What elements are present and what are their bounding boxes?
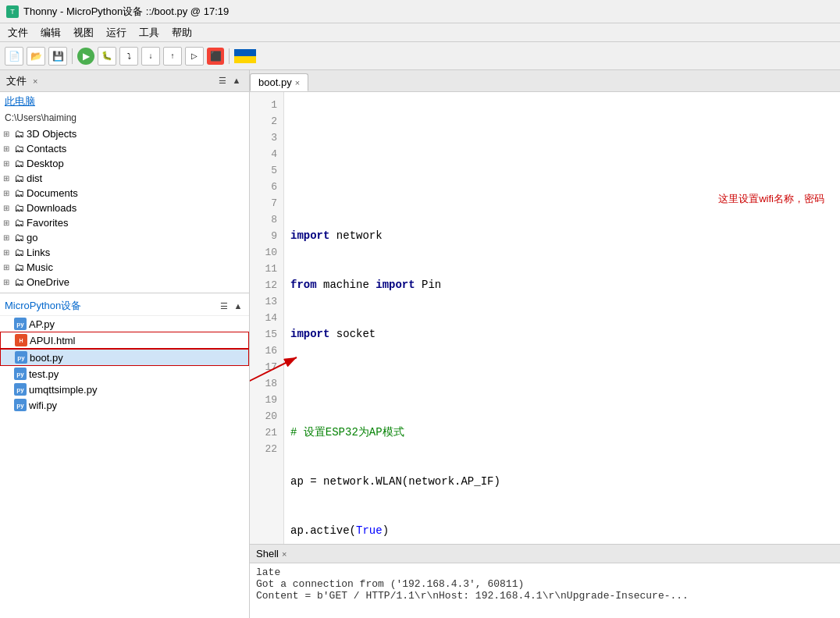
line-numbers: 1 2 3 4 5 6 7 8 9 10 11 12 13 14 15 16 1 xyxy=(250,92,284,544)
shell-tab-close[interactable]: × xyxy=(282,549,287,559)
code-line-6: ap = network.WLAN(network.AP_IF) xyxy=(290,474,834,490)
code-line-5: # 设置ESP32为AP模式 xyxy=(290,424,834,441)
ln-5: 5 xyxy=(250,162,283,179)
menu-help[interactable]: 帮助 xyxy=(167,24,197,41)
open-button[interactable]: 📂 xyxy=(27,47,45,66)
file-tree: 此电脑 C:\Users\haiming ⊞ 🗂 3D Objects ⊞ 🗂 … xyxy=(0,92,249,618)
ln-16: 16 xyxy=(250,343,283,359)
titlebar: T Thonny - MicroPython设备 ::/boot.py @ 17… xyxy=(0,0,840,23)
menubar: 文件 编辑 视图 运行 工具 帮助 xyxy=(0,23,840,42)
ln-14: 14 xyxy=(250,310,283,326)
tree-item-label: Contacts xyxy=(27,143,66,154)
tree-item-dist[interactable]: ⊞ 🗂 dist xyxy=(0,171,249,186)
menu-file[interactable]: 文件 xyxy=(3,24,33,41)
tree-item-label: Documents xyxy=(27,187,78,199)
ln-21: 21 xyxy=(250,424,283,441)
tree-item-label: dist xyxy=(27,172,42,184)
right-panel: boot.py × 1 2 3 4 5 6 7 8 9 10 xyxy=(250,70,840,618)
expand-icon: ⊞ xyxy=(3,144,14,153)
this-computer-header[interactable]: 此电脑 xyxy=(0,92,249,111)
tree-item-label: Music xyxy=(27,261,53,273)
tree-item-onedrive[interactable]: ⊞ 🗂 OneDrive xyxy=(0,275,249,289)
step-out-button[interactable]: ↑ xyxy=(163,47,182,66)
expand-icon: ⊞ xyxy=(3,189,14,197)
file-label: APUI.html xyxy=(30,335,76,346)
file-testpy[interactable]: py test.py xyxy=(0,366,249,382)
ln-1: 1 xyxy=(250,97,283,113)
micropython-label[interactable]: MicroPython设备 xyxy=(5,299,81,313)
file-bootpy[interactable]: py boot.py xyxy=(0,349,249,366)
code-content[interactable]: 这里设置wifi名称，密码 import network from machin… xyxy=(284,92,840,544)
tree-item-label: OneDrive xyxy=(27,276,69,288)
expand-icon: ⊞ xyxy=(3,218,14,227)
tab-close-icon[interactable]: × xyxy=(295,78,300,87)
py-icon: py xyxy=(14,383,27,396)
expand-icon: ⊞ xyxy=(3,204,14,212)
ln-13: 13 xyxy=(250,293,283,310)
file-wifipy[interactable]: py wifi.py xyxy=(0,397,249,413)
step-into-button[interactable]: ↓ xyxy=(141,47,160,66)
step-over-button[interactable]: ⤵ xyxy=(119,47,138,66)
tab-label: boot.py xyxy=(258,76,292,88)
left-panel: 文件 × ☰ ▲ 此电脑 C:\Users\haiming ⊞ 🗂 3D Obj… xyxy=(0,70,250,618)
tree-item-contacts[interactable]: ⊞ 🗂 Contacts xyxy=(0,141,249,156)
app-icon: T xyxy=(6,5,19,18)
tree-item-documents[interactable]: ⊞ 🗂 Documents xyxy=(0,186,249,201)
ln-20: 20 xyxy=(250,408,283,424)
shell-line-2: Got a connection from ('192.168.4.3', 60… xyxy=(256,578,834,590)
save-button[interactable]: 💾 xyxy=(48,47,67,66)
tab-bootpy[interactable]: boot.py × xyxy=(250,73,308,91)
shell-tab-label[interactable]: Shell xyxy=(256,548,279,559)
panel-scroll-up[interactable]: ▲ xyxy=(230,76,243,86)
run-button[interactable]: ▶ xyxy=(77,48,94,65)
tree-item-links[interactable]: ⊞ 🗂 Links xyxy=(0,245,249,260)
file-label: test.py xyxy=(29,368,59,380)
code-line-2: from machine import Pin xyxy=(290,277,834,293)
expand-icon: ⊞ xyxy=(3,248,14,257)
panel-menu-btn[interactable]: ☰ xyxy=(216,76,229,86)
file-umqttsimplepy[interactable]: py umqttsimple.py xyxy=(0,382,249,397)
folder-icon: 🗂 xyxy=(14,158,24,169)
shell-tab: Shell × xyxy=(250,545,840,563)
micropython-scroll-up[interactable]: ▲ xyxy=(232,301,244,311)
shell-content[interactable]: late Got a connection from ('192.168.4.3… xyxy=(250,563,840,618)
tree-item-favorites[interactable]: ⊞ 🗂 Favorites xyxy=(0,215,249,230)
ln-22: 22 xyxy=(250,441,283,457)
tree-item-label: Links xyxy=(27,247,50,258)
ln-4: 4 xyxy=(250,146,283,162)
menu-tools[interactable]: 工具 xyxy=(134,24,164,41)
file-apuihtml[interactable]: H APUI.html xyxy=(0,332,249,349)
tree-item-go[interactable]: ⊞ 🗂 go xyxy=(0,230,249,245)
menu-edit[interactable]: 编辑 xyxy=(36,24,66,41)
code-line-1: import network xyxy=(290,228,834,244)
stop-button[interactable]: ⬛ xyxy=(207,48,224,65)
file-tab-close[interactable]: × xyxy=(33,76,37,86)
resume-button[interactable]: ▷ xyxy=(185,47,204,66)
folder-icon: 🗂 xyxy=(14,261,24,273)
folder-icon: 🗂 xyxy=(14,187,24,199)
file-appy[interactable]: py AP.py xyxy=(0,316,249,332)
menu-view[interactable]: 视图 xyxy=(69,24,98,41)
micropython-section-header: MicroPython设备 ☰ ▲ xyxy=(0,297,249,316)
current-path: C:\Users\haiming xyxy=(0,111,249,126)
file-tab-label: 文件 xyxy=(6,74,27,88)
tree-item-downloads[interactable]: ⊞ 🗂 Downloads xyxy=(0,201,249,215)
micropython-menu-btn[interactable]: ☰ xyxy=(218,301,230,311)
main-layout: 文件 × ☰ ▲ 此电脑 C:\Users\haiming ⊞ 🗂 3D Obj… xyxy=(0,70,840,618)
ln-9: 9 xyxy=(250,228,283,244)
debug-button[interactable]: 🐛 xyxy=(98,47,116,66)
expand-icon: ⊞ xyxy=(3,278,14,286)
shell-line-1: late xyxy=(256,566,834,578)
menu-run[interactable]: 运行 xyxy=(101,24,131,41)
ln-10: 10 xyxy=(250,244,283,261)
tree-item-desktop[interactable]: ⊞ 🗂 Desktop xyxy=(0,156,249,171)
new-button[interactable]: 📄 xyxy=(5,47,23,66)
ln-11: 11 xyxy=(250,261,283,277)
shell-panel: Shell × late Got a connection from ('192… xyxy=(250,544,840,618)
tree-item-3dobjects[interactable]: ⊞ 🗂 3D Objects xyxy=(0,126,249,141)
code-editor[interactable]: 1 2 3 4 5 6 7 8 9 10 11 12 13 14 15 16 1 xyxy=(250,92,840,544)
tree-item-music[interactable]: ⊞ 🗂 Music xyxy=(0,260,249,275)
ln-12: 12 xyxy=(250,277,283,293)
file-label: umqttsimple.py xyxy=(29,384,97,396)
ln-6: 6 xyxy=(250,179,283,195)
